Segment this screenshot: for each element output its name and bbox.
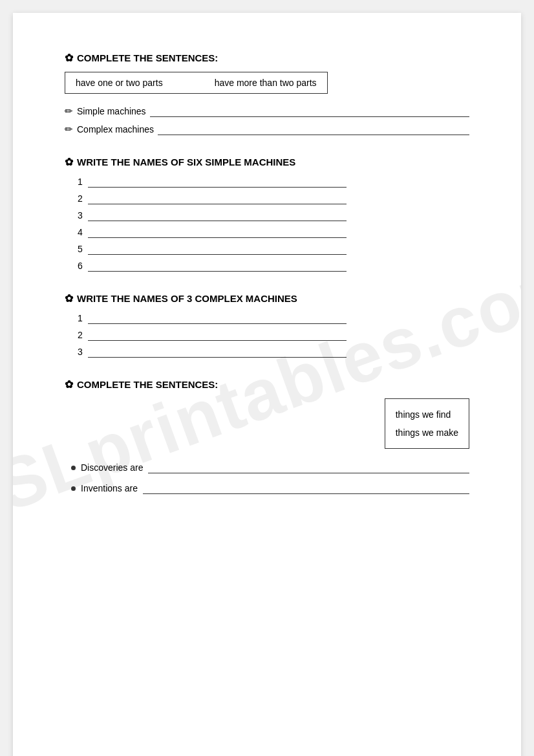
list-item: 1 bbox=[78, 312, 469, 324]
wordbox1-item2: have more than two parts bbox=[215, 78, 317, 88]
list-item: 2 bbox=[78, 329, 469, 341]
list-number: 1 bbox=[78, 177, 83, 187]
pencil-icon-2: ✏ bbox=[65, 124, 73, 135]
list-item: 2 bbox=[78, 193, 469, 204]
recycle-icon-4: ✿ bbox=[65, 378, 73, 391]
wordbox2-item1: things we find bbox=[396, 405, 458, 424]
simple-machines-list: 1 2 3 4 5 bbox=[65, 176, 469, 272]
list-item: 6 bbox=[78, 260, 469, 272]
list-item: 5 bbox=[78, 243, 469, 255]
complete-sentences-layout: things we find things we make bbox=[65, 398, 469, 449]
section2-title: ✿ WRITE THE NAMES OF SIX SIMPLE MACHINES bbox=[65, 156, 469, 168]
word-box-2: things we find things we make bbox=[385, 398, 469, 449]
section4-title: ✿ COMPLETE THE SENTENCES: bbox=[65, 378, 469, 391]
list-number: 3 bbox=[78, 347, 83, 357]
list-item: 4 bbox=[78, 226, 469, 238]
worksheet-page: ESLprintables.com ✿ COMPLETE THE SENTENC… bbox=[13, 13, 521, 756]
discoveries-field[interactable] bbox=[148, 462, 469, 473]
list-item: 3 bbox=[78, 210, 469, 221]
section-complete-sentences-2: ✿ COMPLETE THE SENTENCES: things we find… bbox=[65, 378, 469, 494]
list-number: 6 bbox=[78, 261, 83, 271]
word-box-1: have one or two parts have more than two… bbox=[65, 72, 328, 94]
simple-machine-line-6[interactable] bbox=[88, 260, 347, 272]
simple-machine-line-3[interactable] bbox=[88, 210, 347, 221]
inventions-label: Inventions are bbox=[81, 483, 138, 493]
list-number: 5 bbox=[78, 244, 83, 254]
discoveries-item: Discoveries are bbox=[71, 462, 469, 473]
list-number: 1 bbox=[78, 313, 83, 323]
bullet-icon-2 bbox=[71, 486, 76, 491]
discoveries-inventions-list: Discoveries are Inventions are bbox=[65, 462, 469, 494]
list-number: 2 bbox=[78, 330, 83, 340]
simple-machines-field[interactable] bbox=[150, 105, 469, 117]
inventions-field[interactable] bbox=[143, 482, 469, 494]
bullet-icon-1 bbox=[71, 466, 76, 470]
simple-machine-line-2[interactable] bbox=[88, 193, 347, 204]
complex-machine-line-3[interactable] bbox=[88, 346, 347, 358]
complex-machine-line-1[interactable] bbox=[88, 312, 347, 324]
complex-machines-field[interactable] bbox=[158, 124, 469, 135]
recycle-icon-1: ✿ bbox=[65, 52, 73, 64]
list-item: 3 bbox=[78, 346, 469, 358]
wordbox1-item1: have one or two parts bbox=[76, 78, 163, 88]
list-number: 4 bbox=[78, 227, 83, 237]
simple-machines-label: Simple machines bbox=[77, 106, 146, 116]
list-number: 2 bbox=[78, 193, 83, 204]
recycle-icon-2: ✿ bbox=[65, 156, 73, 168]
section-six-simple-machines: ✿ WRITE THE NAMES OF SIX SIMPLE MACHINES… bbox=[65, 156, 469, 272]
inventions-item: Inventions are bbox=[71, 482, 469, 494]
wordbox2-item2: things we make bbox=[396, 424, 458, 442]
section-complete-sentences-1: ✿ COMPLETE THE SENTENCES: have one or tw… bbox=[65, 52, 469, 135]
simple-machines-sentence: ✏ Simple machines bbox=[65, 105, 469, 117]
section1-title: ✿ COMPLETE THE SENTENCES: bbox=[65, 52, 469, 64]
pencil-icon-1: ✏ bbox=[65, 105, 73, 117]
section-three-complex-machines: ✿ WRITE THE NAMES OF 3 COMPLEX MACHINES … bbox=[65, 292, 469, 358]
complex-machines-label: Complex machines bbox=[77, 124, 154, 135]
list-number: 3 bbox=[78, 210, 83, 221]
complex-machines-sentence: ✏ Complex machines bbox=[65, 124, 469, 135]
recycle-icon-3: ✿ bbox=[65, 292, 73, 305]
simple-machine-line-1[interactable] bbox=[88, 176, 347, 188]
list-item: 1 bbox=[78, 176, 469, 188]
complex-machines-list: 1 2 3 bbox=[65, 312, 469, 358]
simple-machine-line-4[interactable] bbox=[88, 226, 347, 238]
section3-title: ✿ WRITE THE NAMES OF 3 COMPLEX MACHINES bbox=[65, 292, 469, 305]
simple-machine-line-5[interactable] bbox=[88, 243, 347, 255]
discoveries-label: Discoveries are bbox=[81, 462, 143, 473]
complex-machine-line-2[interactable] bbox=[88, 329, 347, 341]
